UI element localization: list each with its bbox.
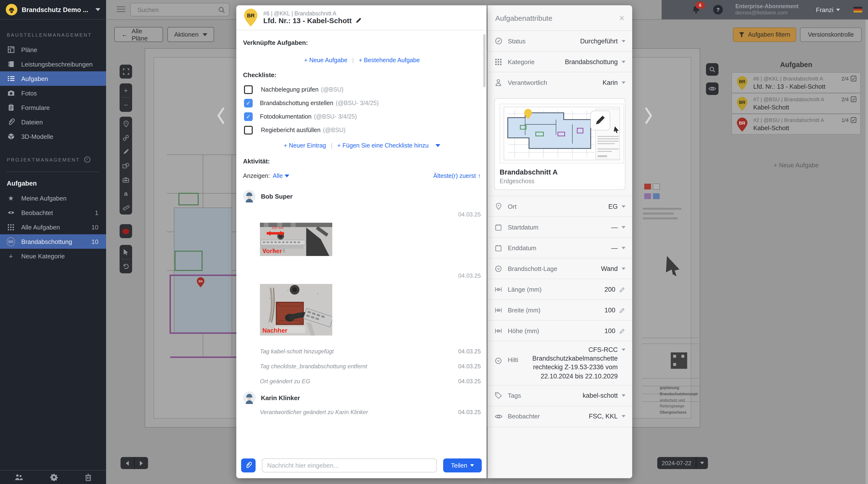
new-linked-task-link[interactable]: + Neue Aufgabe xyxy=(304,57,347,64)
zoom-in-button[interactable]: + xyxy=(120,84,132,97)
actions-button[interactable]: Aktionen xyxy=(167,27,214,42)
message-input[interactable] xyxy=(262,458,437,472)
task-card[interactable]: BR #2 | @BSU | Brandabschnitt A Kabel-Sc… xyxy=(732,114,861,134)
sidebar-filter-alle-aufgaben[interactable]: Alle Aufgaben 10 xyxy=(0,220,106,234)
filter-tasks-button[interactable]: Aufgaben filtern xyxy=(733,28,796,42)
zoom-out-button[interactable]: − xyxy=(120,98,132,112)
text-tool-button[interactable]: a xyxy=(120,187,132,200)
activity-photo-nachher[interactable]: Nachher xyxy=(260,284,332,335)
task-card[interactable]: BR #7 | @BSU | Brandabschnitt A Kabel-Sc… xyxy=(732,93,861,114)
version-control-button[interactable]: Versionskontrolle xyxy=(800,28,862,42)
pager-previous-button[interactable] xyxy=(121,457,134,469)
link-icon xyxy=(123,134,129,141)
paperclip-icon xyxy=(7,118,15,126)
help-button[interactable]: ? xyxy=(713,5,723,14)
edit-pencil-icon[interactable] xyxy=(619,286,625,292)
ruler-tool-button[interactable] xyxy=(120,200,132,215)
pin-tool-button[interactable] xyxy=(120,117,132,131)
undo-button[interactable] xyxy=(120,259,132,273)
delete-button[interactable] xyxy=(85,474,92,481)
filter-label: Alle Aufgaben xyxy=(21,223,60,231)
sort-order-toggle[interactable]: Älteste(r) zuerst xyxy=(433,172,476,179)
attribute-end-date[interactable]: Enddatum — xyxy=(488,238,632,258)
plan-search-button[interactable] xyxy=(706,63,718,76)
tag-icon xyxy=(495,392,502,399)
edit-pencil-icon[interactable] xyxy=(619,307,625,313)
project-selector[interactable]: Brandschutz Demo ... xyxy=(0,0,106,20)
previous-task-chevron[interactable] xyxy=(216,106,226,125)
attribute-category[interactable]: Kategorie Brandabschottung xyxy=(488,52,632,72)
close-icon[interactable]: × xyxy=(619,13,624,23)
help-circle-icon[interactable]: ? xyxy=(84,156,91,163)
sidebar-bottom-bar xyxy=(0,470,106,484)
new-task-link[interactable]: + Neue Aufgabe xyxy=(732,161,861,169)
show-filter-dropdown[interactable]: Alle xyxy=(273,172,283,179)
sidebar-item-fotos[interactable]: Fotos xyxy=(0,86,106,100)
toolbox-button[interactable] xyxy=(120,172,132,187)
attribute-tags[interactable]: Tags kabel-schott xyxy=(488,386,632,407)
calendar-icon xyxy=(495,244,502,251)
record-button[interactable] xyxy=(120,224,132,238)
sidebar-filter-meine-aufgaben[interactable]: ★ Meine Aufgaben xyxy=(0,191,106,205)
attribute-status[interactable]: Status Durchgeführt xyxy=(488,31,632,52)
sidebar-filter-beobachtet[interactable]: Beobachtet 1 xyxy=(0,205,106,220)
users-button[interactable] xyxy=(14,474,23,481)
attribute-brandschott-lage[interactable]: Brandschott-Lage Wand xyxy=(488,258,632,279)
task-title: Lfd. Nr.: 13 - Kabel-Schott xyxy=(263,17,352,25)
share-button[interactable]: Teilen xyxy=(443,458,482,472)
checkbox-checked[interactable]: ✓ xyxy=(244,99,253,107)
next-task-chevron[interactable] xyxy=(643,106,654,125)
activity-photo-vorher[interactable]: 100 mm Vorher xyxy=(260,223,332,256)
fullscreen-button[interactable] xyxy=(120,65,132,78)
select-tool-button[interactable] xyxy=(120,245,132,259)
back-to-plans-button[interactable]: ← Alle Pläne xyxy=(114,27,163,42)
modal-scrollbar[interactable] xyxy=(483,34,486,87)
new-checklist-entry-link[interactable]: + Neuer Eintrag xyxy=(283,142,326,149)
sidebar-new-category[interactable]: + Neue Kategorie xyxy=(0,249,106,263)
attribute-location[interactable]: Ort EG xyxy=(488,196,632,217)
sidebar-filter-brandabschottung[interactable]: BR Brandabschottung 10 xyxy=(0,234,106,249)
plan-visibility-button[interactable] xyxy=(706,83,718,95)
attribute-width[interactable]: Breite (mm) 100 xyxy=(488,300,632,321)
attribute-length[interactable]: Länge (mm) 200 xyxy=(488,279,632,300)
checklist-item: ✓ Brandabschottung erstellen (@BSU- 3/4/… xyxy=(244,99,481,107)
window-scrollbar[interactable] xyxy=(866,19,868,484)
attribute-watchers[interactable]: Beobachter FSC, KKL xyxy=(488,407,632,427)
sidebar-item-formulare[interactable]: Formulare xyxy=(0,100,106,115)
attach-file-button[interactable] xyxy=(241,458,255,472)
checkbox-unchecked[interactable] xyxy=(244,85,253,94)
pager-next-button[interactable] xyxy=(134,457,148,469)
link-tool-button[interactable] xyxy=(120,131,132,144)
search-input[interactable]: Suchen xyxy=(130,3,229,17)
plan-task-pin[interactable]: BR xyxy=(197,277,205,287)
sidebar-item-aufgaben[interactable]: Aufgaben xyxy=(0,71,106,86)
attribute-assignee[interactable]: Verantwortlich Karin xyxy=(488,72,632,93)
hamburger-menu-icon[interactable] xyxy=(117,6,125,12)
sidebar-item-3d-modelle[interactable]: 3D-Modelle xyxy=(0,129,106,144)
attribute-start-date[interactable]: Startdatum — xyxy=(488,217,632,238)
plan-version-date-button[interactable]: 2024-07-22 xyxy=(657,457,708,469)
task-card[interactable]: BR #6 | @KKL | Brandabschnitt A Lfd. Nr.… xyxy=(732,72,861,93)
pencil-tool-button[interactable] xyxy=(120,144,132,159)
shapes-tool-button[interactable] xyxy=(120,159,132,172)
checkbox-unchecked[interactable] xyxy=(244,126,253,134)
edit-title-pencil-icon[interactable] xyxy=(355,18,362,24)
settings-button[interactable] xyxy=(50,474,58,481)
checkbox-checked[interactable]: ✓ xyxy=(244,112,253,121)
edit-pencil-icon[interactable] xyxy=(619,328,625,334)
attribute-hilti[interactable]: Hilti CFS-RCC Brandschutzkabelmanschette… xyxy=(488,341,632,386)
attribute-height[interactable]: Höhe (mm) 100 xyxy=(488,321,632,341)
task-progress: 2/4 xyxy=(841,96,849,102)
existing-task-link[interactable]: + Bestehende Aufgabe xyxy=(359,57,420,64)
language-flag-german[interactable] xyxy=(854,7,862,12)
add-checklist-link[interactable]: + Fügen Sie eine Checkliste hinzu xyxy=(337,142,429,149)
sidebar-item-plaene[interactable]: Pläne xyxy=(0,42,106,57)
plan-location-card[interactable]: Brandabschnitt A Erdgeschoss xyxy=(494,98,625,190)
sidebar-item-leistungsbeschreibungen[interactable]: Leistungsbeschreibungen xyxy=(0,57,106,71)
minus-icon: − xyxy=(124,101,128,109)
feed-user-row: Bob Super xyxy=(243,190,481,202)
notifications-button[interactable]: 6 xyxy=(691,5,701,14)
sidebar-item-dateien[interactable]: Dateien xyxy=(0,115,106,129)
chevron-down-icon xyxy=(696,462,708,464)
user-menu[interactable]: Franzi xyxy=(816,6,840,13)
